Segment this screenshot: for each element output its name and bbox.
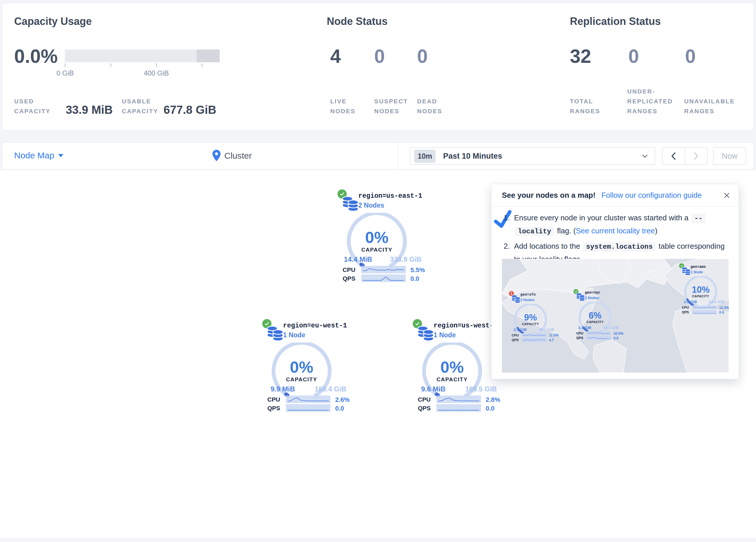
under-replicated-ranges-value: 0 — [628, 47, 639, 66]
nodes-count-link[interactable]: 2 Nodes — [520, 298, 535, 302]
used-value: 3.6 GiB — [678, 300, 702, 304]
nodes-count-link[interactable]: 2 Nodes — [358, 201, 384, 209]
minimap-group-geo-ams: geo=ams1 Node10%CAPACITY3.6 GiB34.4 GiBC… — [678, 262, 729, 315]
nodes-count-link[interactable]: 1 Node — [283, 331, 305, 339]
gauge-percent: 0% — [423, 358, 481, 376]
locality-flag-code: locality — [515, 227, 554, 236]
popup-step-1: 1. Ensure every node in your cluster was… — [502, 212, 729, 238]
nodes-count-link[interactable]: 1 Node — [691, 270, 703, 274]
locality-tree-link[interactable]: See current locality tree — [576, 226, 655, 235]
cpu-value: 42.5% — [614, 332, 623, 336]
sparkline-chart — [692, 305, 717, 309]
gauge-capacity-label: CAPACITY — [685, 295, 717, 298]
time-range-dropdown[interactable]: 10m Past 10 Minutes — [410, 147, 655, 165]
cpu-metric-row: CPU12.3% — [678, 305, 729, 310]
total-value: 65.7 GiB — [598, 326, 624, 330]
total-value: 35.1 GiB — [534, 328, 559, 332]
total-ranges-label: RANGES — [570, 106, 600, 116]
locality-flag-code: -- — [692, 214, 705, 223]
example-world-map: 1geo=sfo2 Nodes9%CAPACITY3.2 GiB35.1 GiB… — [502, 259, 729, 373]
total-ranges-label: TOTAL — [570, 96, 593, 106]
configuration-guide-link[interactable]: Follow our configuration guide — [601, 191, 702, 200]
cpu-sparkline — [692, 305, 717, 309]
used-value: 14.4 MiB — [336, 255, 380, 263]
locality-label: region=us-east-1 — [358, 192, 422, 200]
used-capacity-value: 33.9 MiB — [66, 103, 113, 116]
locality-label: geo=sfo — [520, 293, 536, 297]
qps-sparkline — [286, 404, 331, 412]
capacity-used-percent: 0.0% — [14, 47, 58, 66]
capacity-bar-reserved-segment — [197, 49, 220, 62]
time-prev-button[interactable] — [663, 148, 685, 164]
total-value: 169.4 GiB — [307, 385, 354, 393]
qps-sparkline — [692, 310, 717, 314]
qps-sparkline — [436, 404, 481, 412]
gauge-capacity-label: CAPACITY — [273, 376, 331, 383]
qps-label: QPS — [336, 275, 355, 282]
locality-label: region=eu-west-1 — [283, 322, 347, 330]
qps-sparkline — [586, 336, 611, 340]
gauge-capacity-label: CAPACITY — [515, 323, 546, 326]
map-pin-icon — [212, 150, 221, 161]
step-text: Ensure every node in your cluster was st… — [514, 213, 689, 222]
used-value: 3.2 GiB — [508, 328, 532, 332]
capacity-tick — [111, 63, 111, 67]
chevron-down-icon — [58, 154, 63, 157]
usable-capacity-value: 677.8 GiB — [164, 103, 216, 116]
popup-title: See your nodes on a map! — [502, 191, 596, 200]
gauge-capacity-label: CAPACITY — [348, 247, 406, 253]
view-selector[interactable]: Node Map — [14, 150, 63, 160]
cpu-metric-row: CPU11.0% — [508, 333, 561, 337]
step-text: flag. ( — [557, 226, 576, 235]
nodes-count-link[interactable]: 2 Nodes — [585, 296, 599, 300]
usable-capacity-label-line2: CAPACITY — [122, 106, 158, 116]
sparkline-chart — [522, 338, 546, 342]
cluster-summary-panel: Capacity Usage 0.0% 0 GiB 400 GiB USED C… — [2, 3, 754, 130]
gauge-percent: 6% — [579, 310, 611, 321]
close-icon[interactable] — [722, 191, 731, 200]
time-range-label: Past 10 Minutes — [443, 152, 502, 161]
cpu-sparkline — [586, 331, 611, 335]
nodes-count-link[interactable]: 1 Node — [434, 331, 456, 339]
database-nodes-icon — [682, 266, 691, 276]
chevron-down-icon — [642, 154, 648, 158]
popup-header: See your nodes on a map! Follow our conf… — [491, 184, 739, 206]
view-selector-label[interactable]: Node Map — [14, 150, 54, 160]
under-replicated-ranges-label: UNDER- — [627, 87, 655, 96]
step-text: Add locations to the — [514, 242, 580, 250]
qps-metric-row: QPS4.7 — [508, 338, 561, 342]
total-value: 34.4 GiB — [704, 300, 729, 304]
cpu-value: 11.0% — [549, 334, 559, 338]
qps-sparkline — [361, 275, 406, 282]
sparkline-chart — [522, 333, 546, 337]
live-nodes-value: 4 — [330, 47, 341, 66]
sparkline-chart — [586, 331, 611, 335]
capacity-tick — [65, 63, 65, 67]
cpu-metric-row: CPU5.5% — [336, 266, 432, 274]
sparkline-chart — [586, 336, 611, 340]
gauge-capacity-label: CAPACITY — [423, 376, 481, 383]
sparkline-chart — [692, 310, 717, 314]
suspect-nodes-value: 0 — [374, 47, 385, 66]
chevron-left-icon — [671, 152, 676, 160]
breadcrumb[interactable]: Cluster — [224, 151, 252, 161]
qps-metric-row: QPS0.0 — [573, 336, 625, 340]
gauge-percent: 9% — [515, 312, 546, 323]
cpu-label: CPU — [573, 332, 583, 335]
dead-nodes-label: DEAD — [417, 96, 437, 106]
live-nodes-label: NODES — [330, 106, 355, 116]
total-ranges-value: 32 — [570, 47, 591, 66]
qps-metric-row: QPS0.0 — [412, 404, 507, 412]
sparkline-chart — [361, 266, 406, 273]
capacity-tick-label-400: 400 GiB — [140, 69, 172, 77]
time-next-button[interactable] — [685, 148, 707, 164]
qps-label: QPS — [573, 336, 583, 340]
qps-value: 0.0 — [410, 275, 419, 283]
qps-label: QPS — [678, 311, 689, 314]
step-text: ) — [655, 226, 658, 235]
now-button[interactable]: Now — [713, 147, 746, 165]
dead-nodes-value: 0 — [417, 47, 428, 66]
cpu-value: 12.3% — [719, 306, 729, 310]
cpu-sparkline — [522, 333, 546, 337]
cpu-metric-row: CPU42.5% — [573, 331, 625, 335]
